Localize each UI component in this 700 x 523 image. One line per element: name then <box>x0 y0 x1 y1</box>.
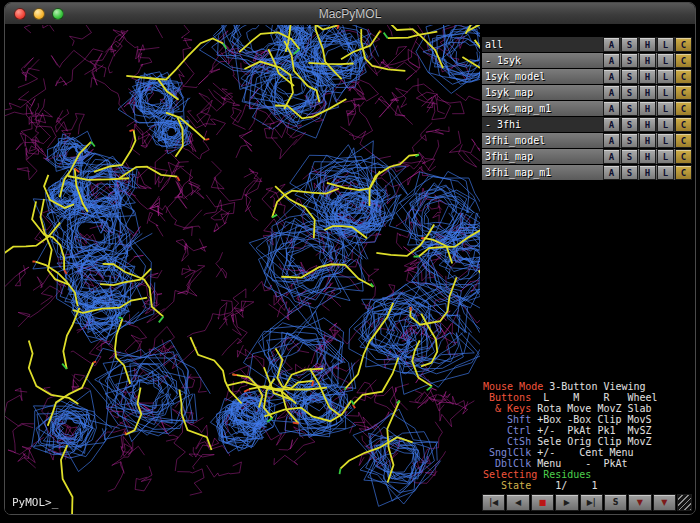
object-a-menu-button[interactable]: A <box>603 149 620 164</box>
object-s-menu-button[interactable]: S <box>621 149 638 164</box>
resize-grip[interactable] <box>677 494 692 511</box>
movie-stop-button[interactable]: ■ <box>531 494 554 511</box>
object-l-menu-button[interactable]: L <box>657 37 674 52</box>
object-l-menu-button[interactable]: L <box>657 149 674 164</box>
mouse-panel-text: +/- Cent Menu <box>531 447 633 458</box>
object-name[interactable]: 1syk_model <box>485 71 545 82</box>
object-s-menu-button[interactable]: S <box>621 117 638 132</box>
object-h-menu-button[interactable]: H <box>639 101 656 116</box>
object-name[interactable]: - 1syk <box>485 55 521 66</box>
object-c-menu-button[interactable]: C <box>675 53 692 68</box>
object-h-menu-button[interactable]: H <box>639 133 656 148</box>
object-a-menu-button[interactable]: A <box>603 165 620 180</box>
mouse-panel-line-3: Shft +Box -Box Clip MovS <box>483 414 692 425</box>
movie-play-button[interactable]: ▶ <box>555 494 578 511</box>
scene-s-button[interactable]: S <box>604 494 627 511</box>
object-l-menu-button[interactable]: L <box>657 133 674 148</box>
object-name[interactable]: all <box>485 39 503 50</box>
mouse-panel-line-5: CtSh Sele Orig Clip MovZ <box>483 436 692 447</box>
object-c-menu-button[interactable]: C <box>675 133 692 148</box>
object-action-buttons: ASHLC <box>603 53 692 68</box>
object-h-menu-button[interactable]: H <box>639 117 656 132</box>
object-c-menu-button[interactable]: C <box>675 37 692 52</box>
object-h-menu-button[interactable]: H <box>639 53 656 68</box>
minimize-button[interactable] <box>33 8 45 20</box>
mouse-panel-line-9[interactable]: State 1/ 1 <box>483 480 692 491</box>
movie-last-button[interactable]: ▶| <box>580 494 603 511</box>
object-a-menu-button[interactable]: A <box>603 37 620 52</box>
object-list: allASHLC- 1sykASHLC1syk_modelASHLC1syk_m… <box>482 37 692 180</box>
object-name[interactable]: 3fhi_map <box>485 151 533 162</box>
object-row-3fhi-map[interactable]: 3fhi_mapASHLC <box>482 149 692 164</box>
object-name[interactable]: 1syk_map <box>485 87 533 98</box>
object-h-menu-button[interactable]: H <box>639 85 656 100</box>
mouse-panel-line-8[interactable]: Selecting Residues <box>483 469 692 480</box>
mouse-panel-text: State <box>483 480 531 491</box>
object-h-menu-button[interactable]: H <box>639 37 656 52</box>
object-h-menu-button[interactable]: H <box>639 165 656 180</box>
mouse-panel-text: L M R Wheel <box>531 392 657 403</box>
object-c-menu-button[interactable]: C <box>675 149 692 164</box>
title-bar[interactable]: MacPyMOL <box>5 3 695 25</box>
object-l-menu-button[interactable]: L <box>657 117 674 132</box>
scene-next-button[interactable]: ▼ <box>653 494 676 511</box>
zoom-button[interactable] <box>52 8 64 20</box>
object-s-menu-button[interactable]: S <box>621 85 638 100</box>
object-s-menu-button[interactable]: S <box>621 101 638 116</box>
mouse-panel-text: +/- PkAt Pk1 MvSZ <box>531 425 651 436</box>
object-c-menu-button[interactable]: C <box>675 165 692 180</box>
object-name[interactable]: 1syk_map_m1 <box>485 103 551 114</box>
object-a-menu-button[interactable]: A <box>603 133 620 148</box>
mouse-panel-line-0[interactable]: Mouse Mode 3-Button Viewing <box>483 381 692 392</box>
object-c-menu-button[interactable]: C <box>675 69 692 84</box>
command-prompt[interactable]: PyMOL>_ <box>12 496 58 509</box>
object-s-menu-button[interactable]: S <box>621 69 638 84</box>
close-button[interactable] <box>14 8 26 20</box>
movie-prev-button[interactable]: ◀ <box>506 494 529 511</box>
object-l-menu-button[interactable]: L <box>657 165 674 180</box>
object-row-3fhi-map-m1[interactable]: 3fhi_map_m1ASHLC <box>482 165 692 180</box>
object-l-menu-button[interactable]: L <box>657 101 674 116</box>
object-a-menu-button[interactable]: A <box>603 117 620 132</box>
object-action-buttons: ASHLC <box>603 149 692 164</box>
object-row-1syk[interactable]: - 1sykASHLC <box>482 53 692 68</box>
mouse-panel-line-7: DblClk Menu - PkAt <box>483 458 692 469</box>
object-name[interactable]: - 3fhi <box>485 119 521 130</box>
object-c-menu-button[interactable]: C <box>675 117 692 132</box>
object-c-menu-button[interactable]: C <box>675 101 692 116</box>
object-l-menu-button[interactable]: L <box>657 69 674 84</box>
object-s-menu-button[interactable]: S <box>621 53 638 68</box>
mouse-panel-line-1: Buttons L M R Wheel <box>483 392 692 403</box>
mouse-panel-text: 3-Button Viewing <box>543 381 645 392</box>
object-l-menu-button[interactable]: L <box>657 53 674 68</box>
object-row-all[interactable]: allASHLC <box>482 37 692 52</box>
object-h-menu-button[interactable]: H <box>639 69 656 84</box>
movie-first-button[interactable]: |◀ <box>482 494 505 511</box>
object-action-buttons: ASHLC <box>603 117 692 132</box>
object-s-menu-button[interactable]: S <box>621 133 638 148</box>
mouse-panel-line-6: SnglClk +/- Cent Menu <box>483 447 692 458</box>
object-row-3fhi-model[interactable]: 3fhi_modelASHLC <box>482 133 692 148</box>
mouse-panel-text: SnglClk <box>483 447 531 458</box>
mouse-panel-text: +Box -Box Clip MovS <box>531 414 651 425</box>
object-a-menu-button[interactable]: A <box>603 85 620 100</box>
object-row-1syk-map[interactable]: 1syk_mapASHLC <box>482 85 692 100</box>
viewport-3d[interactable]: PyMOL>_ <box>5 25 480 514</box>
mouse-panel-text: Sele Orig Clip MovZ <box>531 436 651 447</box>
object-name[interactable]: 3fhi_model <box>485 135 545 146</box>
scene-prev-button[interactable]: ▼ <box>628 494 651 511</box>
object-c-menu-button[interactable]: C <box>675 85 692 100</box>
object-s-menu-button[interactable]: S <box>621 37 638 52</box>
object-h-menu-button[interactable]: H <box>639 149 656 164</box>
macpymol-window: MacPyMOL PyMOL>_ allASHLC- 1sykASHLC1syk… <box>4 2 696 515</box>
object-name[interactable]: 3fhi_map_m1 <box>485 167 551 178</box>
object-a-menu-button[interactable]: A <box>603 69 620 84</box>
object-a-menu-button[interactable]: A <box>603 101 620 116</box>
molecule-render-canvas[interactable] <box>5 25 480 514</box>
object-s-menu-button[interactable]: S <box>621 165 638 180</box>
object-row-1syk-map-m1[interactable]: 1syk_map_m1ASHLC <box>482 101 692 116</box>
object-a-menu-button[interactable]: A <box>603 53 620 68</box>
object-row-3fhi[interactable]: - 3fhiASHLC <box>482 117 692 132</box>
object-row-1syk-model[interactable]: 1syk_modelASHLC <box>482 69 692 84</box>
object-l-menu-button[interactable]: L <box>657 85 674 100</box>
